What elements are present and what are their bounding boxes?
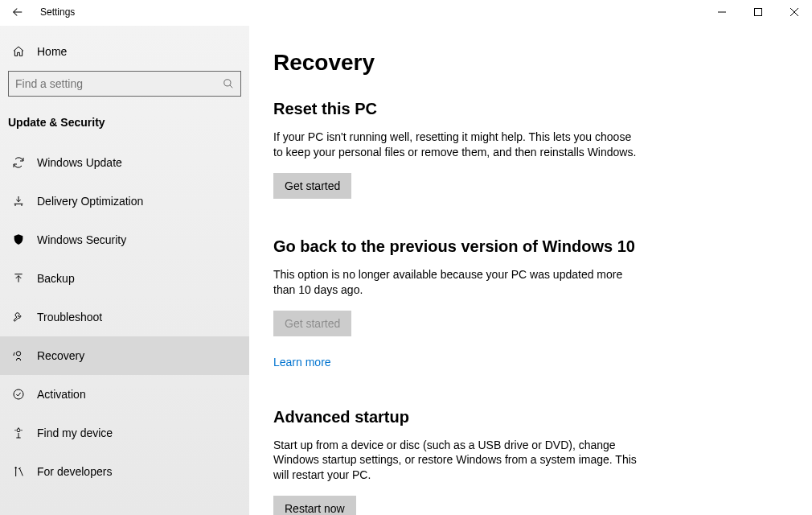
reset-get-started-button[interactable]: Get started (273, 173, 351, 199)
arrow-left-icon (10, 5, 25, 19)
learn-more-link[interactable]: Learn more (273, 356, 331, 369)
svg-point-3 (14, 389, 23, 399)
sidebar-item-recovery[interactable]: Recovery (0, 336, 249, 375)
window-title: Settings (40, 6, 75, 18)
sidebar-item-label: Troubleshoot (37, 311, 102, 323)
sidebar-item-troubleshoot[interactable]: Troubleshoot (0, 298, 249, 336)
sidebar-item-label: Windows Security (37, 233, 126, 246)
sidebar-item-for-developers[interactable]: For developers (0, 452, 249, 491)
tools-icon (11, 465, 26, 478)
shield-icon (11, 233, 26, 246)
sidebar-item-label: Find my device (37, 426, 113, 439)
section-body: Start up from a device or disc (such as … (273, 438, 643, 484)
back-button[interactable] (0, 5, 35, 19)
svg-point-4 (17, 429, 20, 432)
sidebar-item-delivery-optimization[interactable]: Delivery Optimization (0, 182, 249, 220)
section-body: If your PC isn't running well, resetting… (273, 130, 643, 160)
section-body: This option is no longer available becau… (273, 267, 643, 298)
section-heading: Go back to the previous version of Windo… (273, 237, 643, 256)
sidebar-item-label: Delivery Optimization (37, 195, 143, 208)
sidebar-item-label: Windows Update (37, 156, 122, 169)
backup-icon (11, 272, 26, 285)
section-reset-this-pc: Reset this PC If your PC isn't running w… (273, 100, 643, 199)
section-heading: Advanced startup (273, 408, 643, 426)
section-go-back: Go back to the previous version of Windo… (273, 237, 643, 369)
sidebar-item-backup[interactable]: Backup (0, 259, 249, 298)
sidebar-item-label: Activation (37, 388, 86, 401)
recovery-icon (11, 349, 26, 362)
close-button[interactable] (776, 0, 812, 24)
sidebar-home[interactable]: Home (0, 32, 249, 71)
search-input[interactable] (15, 77, 223, 90)
sidebar-item-find-my-device[interactable]: Find my device (0, 414, 249, 452)
search-box[interactable] (8, 71, 241, 97)
section-advanced-startup: Advanced startup Start up from a device … (273, 408, 643, 515)
sidebar-item-label: Backup (37, 272, 75, 285)
sync-icon (11, 156, 26, 169)
svg-point-2 (16, 352, 20, 356)
section-heading: Reset this PC (273, 100, 643, 118)
wrench-icon (11, 311, 26, 323)
svg-point-1 (224, 80, 231, 86)
content-pane: Recovery Reset this PC If your PC isn't … (249, 26, 812, 515)
sidebar-item-windows-security[interactable]: Windows Security (0, 220, 249, 259)
maximize-icon (754, 8, 762, 16)
sidebar-item-activation[interactable]: Activation (0, 375, 249, 414)
location-icon (11, 426, 26, 439)
svg-rect-0 (754, 9, 761, 16)
page-title: Recovery (273, 50, 780, 76)
sidebar-item-label: Recovery (37, 349, 84, 362)
sidebar-item-windows-update[interactable]: Windows Update (0, 143, 249, 182)
titlebar: Settings (0, 0, 812, 26)
sidebar-category: Update & Security (0, 105, 249, 143)
home-icon (11, 45, 26, 58)
sidebar: Home Update & Security Windows Update De… (0, 26, 249, 515)
minimize-button[interactable] (703, 0, 740, 24)
restart-now-button[interactable]: Restart now (273, 496, 356, 515)
search-icon (223, 78, 234, 89)
close-icon (790, 8, 798, 16)
minimize-icon (718, 8, 726, 16)
go-back-get-started-button: Get started (273, 311, 351, 336)
check-circle-icon (11, 388, 26, 401)
sidebar-item-label: For developers (37, 465, 112, 478)
delivery-icon (11, 195, 26, 208)
maximize-button[interactable] (740, 0, 776, 24)
sidebar-home-label: Home (37, 45, 67, 58)
